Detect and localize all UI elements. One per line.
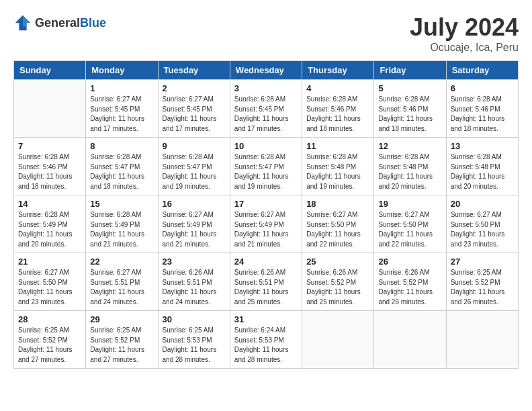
- day-number: 20: [451, 199, 514, 209]
- day-cell: 31Sunrise: 6:24 AMSunset: 5:53 PMDayligh…: [230, 311, 302, 369]
- day-info: Sunrise: 6:25 AMSunset: 5:52 PMDaylight:…: [90, 326, 153, 365]
- day-number: 8: [90, 141, 153, 151]
- header-cell-friday: Friday: [374, 61, 446, 80]
- header-cell-saturday: Saturday: [446, 61, 518, 80]
- day-number: 7: [18, 141, 81, 151]
- day-info: Sunrise: 6:27 AMSunset: 5:49 PMDaylight:…: [234, 210, 298, 249]
- week-row-4: 28Sunrise: 6:25 AMSunset: 5:52 PMDayligh…: [14, 311, 519, 369]
- header-cell-sunday: Sunday: [14, 61, 86, 80]
- day-info: Sunrise: 6:25 AMSunset: 5:52 PMDaylight:…: [18, 326, 81, 365]
- day-number: 25: [306, 257, 369, 267]
- day-info: Sunrise: 6:28 AMSunset: 5:46 PMDaylight:…: [18, 152, 81, 191]
- day-number: 23: [163, 257, 226, 267]
- day-cell: [14, 80, 86, 138]
- day-cell: [374, 311, 446, 369]
- day-info: Sunrise: 6:27 AMSunset: 5:49 PMDaylight:…: [163, 210, 226, 249]
- day-number: 1: [90, 83, 153, 93]
- day-info: Sunrise: 6:28 AMSunset: 5:47 PMDaylight:…: [234, 152, 298, 191]
- day-info: Sunrise: 6:27 AMSunset: 5:51 PMDaylight:…: [90, 268, 153, 307]
- day-cell: 17Sunrise: 6:27 AMSunset: 5:49 PMDayligh…: [230, 195, 302, 253]
- day-cell: [446, 311, 518, 369]
- day-cell: 11Sunrise: 6:28 AMSunset: 5:48 PMDayligh…: [302, 138, 374, 195]
- day-cell: 5Sunrise: 6:28 AMSunset: 5:46 PMDaylight…: [374, 80, 446, 138]
- day-info: Sunrise: 6:26 AMSunset: 5:52 PMDaylight:…: [306, 268, 369, 307]
- day-cell: 21Sunrise: 6:27 AMSunset: 5:50 PMDayligh…: [14, 253, 86, 311]
- day-number: 12: [378, 141, 441, 151]
- day-cell: 15Sunrise: 6:28 AMSunset: 5:49 PMDayligh…: [86, 195, 158, 253]
- day-info: Sunrise: 6:28 AMSunset: 5:46 PMDaylight:…: [306, 95, 369, 134]
- day-cell: 30Sunrise: 6:25 AMSunset: 5:53 PMDayligh…: [158, 311, 230, 369]
- day-info: Sunrise: 6:26 AMSunset: 5:51 PMDaylight:…: [163, 268, 226, 307]
- day-info: Sunrise: 6:27 AMSunset: 5:50 PMDaylight:…: [18, 268, 81, 307]
- day-number: 29: [90, 314, 153, 324]
- day-number: 22: [90, 257, 153, 267]
- day-info: Sunrise: 6:28 AMSunset: 5:48 PMDaylight:…: [451, 152, 514, 191]
- week-row-3: 21Sunrise: 6:27 AMSunset: 5:50 PMDayligh…: [14, 253, 519, 311]
- day-number: 4: [306, 83, 369, 93]
- day-cell: 4Sunrise: 6:28 AMSunset: 5:46 PMDaylight…: [302, 80, 374, 138]
- calendar-table: SundayMondayTuesdayWednesdayThursdayFrid…: [13, 60, 519, 369]
- day-number: 30: [163, 314, 226, 324]
- day-cell: 12Sunrise: 6:28 AMSunset: 5:48 PMDayligh…: [374, 138, 446, 195]
- day-info: Sunrise: 6:26 AMSunset: 5:51 PMDaylight:…: [234, 268, 298, 307]
- day-cell: 25Sunrise: 6:26 AMSunset: 5:52 PMDayligh…: [302, 253, 374, 311]
- day-number: 31: [234, 314, 298, 324]
- day-cell: 24Sunrise: 6:26 AMSunset: 5:51 PMDayligh…: [230, 253, 302, 311]
- day-info: Sunrise: 6:25 AMSunset: 5:53 PMDaylight:…: [163, 326, 226, 365]
- day-cell: 8Sunrise: 6:28 AMSunset: 5:47 PMDaylight…: [86, 138, 158, 195]
- logo-icon: [13, 13, 32, 32]
- day-number: 2: [163, 83, 226, 93]
- day-info: Sunrise: 6:28 AMSunset: 5:48 PMDaylight:…: [378, 152, 441, 191]
- day-cell: 26Sunrise: 6:26 AMSunset: 5:52 PMDayligh…: [374, 253, 446, 311]
- day-number: 3: [234, 83, 298, 93]
- day-cell: 16Sunrise: 6:27 AMSunset: 5:49 PMDayligh…: [158, 195, 230, 253]
- day-cell: 10Sunrise: 6:28 AMSunset: 5:47 PMDayligh…: [230, 138, 302, 195]
- day-info: Sunrise: 6:28 AMSunset: 5:48 PMDaylight:…: [306, 152, 369, 191]
- day-number: 21: [18, 257, 81, 267]
- day-cell: 2Sunrise: 6:27 AMSunset: 5:45 PMDaylight…: [158, 80, 230, 138]
- day-info: Sunrise: 6:28 AMSunset: 5:45 PMDaylight:…: [234, 95, 298, 134]
- day-cell: 23Sunrise: 6:26 AMSunset: 5:51 PMDayligh…: [158, 253, 230, 311]
- day-cell: 20Sunrise: 6:27 AMSunset: 5:50 PMDayligh…: [446, 195, 518, 253]
- day-number: 16: [163, 199, 226, 209]
- header-cell-tuesday: Tuesday: [158, 61, 230, 80]
- day-number: 15: [90, 199, 153, 209]
- day-number: 19: [378, 199, 441, 209]
- day-info: Sunrise: 6:27 AMSunset: 5:50 PMDaylight:…: [451, 210, 514, 249]
- day-info: Sunrise: 6:27 AMSunset: 5:50 PMDaylight:…: [378, 210, 441, 249]
- day-info: Sunrise: 6:28 AMSunset: 5:46 PMDaylight:…: [451, 95, 514, 134]
- calendar-header: SundayMondayTuesdayWednesdayThursdayFrid…: [14, 61, 519, 80]
- day-info: Sunrise: 6:26 AMSunset: 5:52 PMDaylight:…: [378, 268, 441, 307]
- day-cell: 9Sunrise: 6:28 AMSunset: 5:47 PMDaylight…: [158, 138, 230, 195]
- day-cell: 13Sunrise: 6:28 AMSunset: 5:48 PMDayligh…: [446, 138, 518, 195]
- day-info: Sunrise: 6:28 AMSunset: 5:49 PMDaylight:…: [18, 210, 81, 249]
- day-cell: 27Sunrise: 6:25 AMSunset: 5:52 PMDayligh…: [446, 253, 518, 311]
- header-cell-monday: Monday: [86, 61, 158, 80]
- day-number: 9: [163, 141, 226, 151]
- day-info: Sunrise: 6:25 AMSunset: 5:52 PMDaylight:…: [451, 268, 514, 307]
- page-header: GeneralBlue July 2024 Ocucaje, Ica, Peru: [13, 13, 519, 54]
- day-cell: 29Sunrise: 6:25 AMSunset: 5:52 PMDayligh…: [86, 311, 158, 369]
- month-title: July 2024: [410, 13, 519, 42]
- logo-general: General: [35, 16, 80, 30]
- day-number: 28: [18, 314, 81, 324]
- day-info: Sunrise: 6:28 AMSunset: 5:47 PMDaylight:…: [163, 152, 226, 191]
- day-info: Sunrise: 6:28 AMSunset: 5:49 PMDaylight:…: [90, 210, 153, 249]
- day-cell: 28Sunrise: 6:25 AMSunset: 5:52 PMDayligh…: [14, 311, 86, 369]
- logo-blue: Blue: [80, 16, 106, 30]
- day-number: 13: [451, 141, 514, 151]
- title-area: July 2024 Ocucaje, Ica, Peru: [410, 13, 519, 54]
- day-cell: 1Sunrise: 6:27 AMSunset: 5:45 PMDaylight…: [86, 80, 158, 138]
- day-number: 11: [306, 141, 369, 151]
- day-cell: 3Sunrise: 6:28 AMSunset: 5:45 PMDaylight…: [230, 80, 302, 138]
- day-number: 27: [451, 257, 514, 267]
- day-number: 6: [451, 83, 514, 93]
- day-info: Sunrise: 6:27 AMSunset: 5:50 PMDaylight:…: [306, 210, 369, 249]
- week-row-2: 14Sunrise: 6:28 AMSunset: 5:49 PMDayligh…: [14, 195, 519, 253]
- header-cell-wednesday: Wednesday: [230, 61, 302, 80]
- day-number: 14: [18, 199, 81, 209]
- day-number: 5: [378, 83, 441, 93]
- svg-marker-1: [23, 15, 30, 27]
- day-number: 17: [234, 199, 298, 209]
- week-row-0: 1Sunrise: 6:27 AMSunset: 5:45 PMDaylight…: [14, 80, 519, 138]
